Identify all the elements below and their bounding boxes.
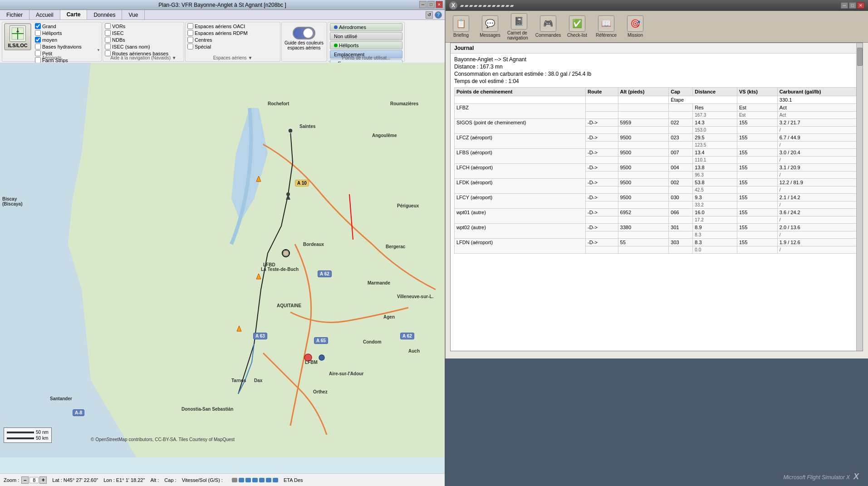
- navaids-label: Aide à la navigation (Navaids) ▼: [103, 55, 184, 60]
- aerodromes-dot: [334, 25, 338, 29]
- cb-rdpm[interactable]: Espaces aériens RDPM: [187, 30, 278, 36]
- svg-point-7: [288, 128, 293, 133]
- road-a10: A 10: [295, 180, 309, 187]
- heliports-dot: [334, 44, 338, 47]
- cb-moyen[interactable]: moyen: [35, 37, 82, 43]
- etape-vs-cell: [737, 96, 777, 104]
- aeroports-dropdown-icon[interactable]: ▼: [97, 48, 100, 52]
- zoom-plus-button[interactable]: +: [39, 476, 47, 484]
- lfdk-name: LFDK (aéroport): [455, 179, 586, 194]
- fsx-minimize[interactable]: ─: [841, 2, 848, 9]
- heliports-button[interactable]: Héliports: [330, 41, 402, 49]
- cb-centres[interactable]: Centres: [187, 37, 278, 43]
- lfcz-name: LFCZ (aéroport): [455, 134, 586, 149]
- cb-vors[interactable]: VORs: [105, 23, 182, 29]
- color-toggle[interactable]: [293, 27, 315, 39]
- fsx-btn-briefing[interactable]: 📋 Briefing: [449, 15, 473, 38]
- signal-dots: [232, 478, 278, 482]
- lon-display: Lon : E1° 1' 18.22": [103, 477, 145, 483]
- non-utilise-button[interactable]: Non utilisé: [330, 32, 402, 40]
- col-distance: Distance: [693, 88, 737, 96]
- espaces-dropdown-icon[interactable]: ▼: [248, 55, 252, 60]
- wpt02-name: wpt02 (autre): [455, 224, 586, 239]
- fsx-bottom-area: Microsoft Flight Simulator X X: [445, 358, 868, 486]
- res-label: Res: [693, 104, 737, 112]
- fsx-toolbar: 📋 Briefing 💬 Messages 📓 Carnet de naviga…: [446, 11, 868, 43]
- cb-oaci[interactable]: Espaces aériens OACI: [187, 23, 278, 29]
- scroll-thumb[interactable]: [857, 48, 863, 66]
- table-row-etape: Étape 330.1: [455, 96, 859, 104]
- aerodromes-button[interactable]: Aérodromes: [330, 23, 402, 31]
- tab-accueil[interactable]: Accueil: [29, 10, 60, 20]
- mission-icon: 🎯: [627, 15, 643, 32]
- alt-display: Alt :: [150, 477, 159, 483]
- tab-fichier[interactable]: Fichier: [0, 10, 29, 20]
- group-aeroports: ILS/LOC Grand Héliports moyen Bases hydr…: [2, 22, 102, 62]
- cb-grand[interactable]: Grand: [35, 23, 82, 29]
- cb-special[interactable]: Spécial: [187, 44, 278, 49]
- statusbar: Zoom : – 8 + Lat : N45° 27' 22.60" Lon :…: [0, 473, 445, 486]
- journal-scrollbar[interactable]: [856, 43, 863, 351]
- help-icon[interactable]: ↺: [426, 11, 433, 19]
- lfbz-act: Act: [777, 112, 858, 119]
- fsx-maximize[interactable]: □: [849, 2, 856, 9]
- svg-point-17: [304, 354, 312, 361]
- cb-ndbs[interactable]: NDBs: [105, 37, 182, 43]
- distance-text: Distance : 167.3 mn: [454, 64, 859, 70]
- navaids-dropdown-icon[interactable]: ▼: [172, 55, 177, 60]
- zoom-label: Zoom : – 8 +: [4, 476, 47, 484]
- lfbz-est: Est: [737, 112, 777, 119]
- maximize-button[interactable]: □: [427, 1, 435, 8]
- ils-label: ILS/LOC: [8, 43, 27, 48]
- fsx-btn-messages[interactable]: 💬 Messages: [478, 15, 502, 38]
- messages-icon: 💬: [482, 15, 498, 32]
- fsx-close[interactable]: ✕: [857, 2, 864, 9]
- commandes-icon: 🎮: [540, 15, 556, 32]
- vitesse-display: Vitesse/Sol (G/S) :: [182, 477, 223, 483]
- fsx-panel: X ▰▰▰▰▰▰▰▰▰▰▰▰ ─ □ ✕ 📋 Briefing 💬 Messag…: [445, 0, 868, 358]
- journal-body: Bayonne-Anglet --> St Agnant Distance : …: [451, 54, 863, 256]
- group-points-route: Aérodromes Non utilisé Héliports Emplace…: [328, 22, 405, 62]
- tab-donnees[interactable]: Données: [87, 10, 122, 20]
- lfbs-name: LFBS (aéroport): [455, 149, 586, 164]
- wpt01-name: wpt01 (autre): [455, 209, 586, 224]
- flight-table-container[interactable]: Points de cheminement Route Alt (pieds) …: [454, 85, 859, 254]
- reference-icon: 📖: [598, 15, 614, 32]
- fsx-btn-mission[interactable]: 🎯 Mission: [623, 15, 647, 38]
- table-row-lfcy: LFCY (aéroport) -D->9500030 9.31552.1 / …: [455, 194, 859, 201]
- tab-carte[interactable]: Carte: [60, 10, 88, 20]
- close-button[interactable]: ✕: [436, 1, 443, 8]
- fsx-btn-reference[interactable]: 📖 Référence: [594, 15, 618, 38]
- table-row-lfbz: LFBZ Res Est Act: [455, 104, 859, 112]
- minimize-button[interactable]: ─: [419, 1, 427, 8]
- ils-icon: [10, 25, 26, 42]
- fsx-btn-carnet[interactable]: 📓 Carnet de navigation: [507, 13, 531, 40]
- etape-cell: [455, 96, 586, 104]
- map-area[interactable]: Rochefort Saintes Roumazières Angoulême …: [0, 63, 445, 457]
- fsx-btn-commandes[interactable]: 🎮 Commandes: [536, 15, 560, 38]
- col-carburant: Carburant (gal/lb): [777, 88, 858, 96]
- etape-label: Étape: [669, 96, 737, 104]
- espaces-label: Espaces aériens ▼: [186, 55, 280, 60]
- route-title: Bayonne-Anglet --> St Agnant: [454, 56, 859, 63]
- fsx-logo-icon: X: [449, 1, 457, 10]
- cb-isec-sans-nom[interactable]: ISEC (sans nom): [105, 44, 182, 49]
- scale-bar: 50 nm 50 km: [4, 427, 52, 443]
- cb-bases[interactable]: Bases hydravions: [35, 44, 82, 49]
- cb-isec[interactable]: ISEC: [105, 30, 182, 36]
- info-icon[interactable]: ?: [435, 11, 442, 19]
- lfbz-name: LFBZ: [455, 104, 586, 119]
- map-copyright: © OpenStreetMap contributors, CC-BY-SA. …: [91, 437, 235, 442]
- fsx-window-controls[interactable]: ─ □ ✕: [841, 2, 864, 9]
- fsx-btn-checklist[interactable]: ✅ Check-list: [565, 15, 589, 38]
- tab-vue[interactable]: Vue: [122, 10, 145, 20]
- road-a63: A 63: [253, 333, 267, 339]
- ils-loc-button[interactable]: ILS/LOC: [4, 23, 31, 50]
- col-route: Route: [586, 88, 618, 96]
- est-label: Est: [737, 104, 777, 112]
- eta-display: ETA Des: [284, 477, 303, 483]
- zoom-minus-button[interactable]: –: [21, 476, 29, 484]
- cb-heliports[interactable]: Héliports: [35, 30, 82, 36]
- briefing-icon: 📋: [453, 15, 469, 32]
- svg-point-18: [319, 355, 324, 360]
